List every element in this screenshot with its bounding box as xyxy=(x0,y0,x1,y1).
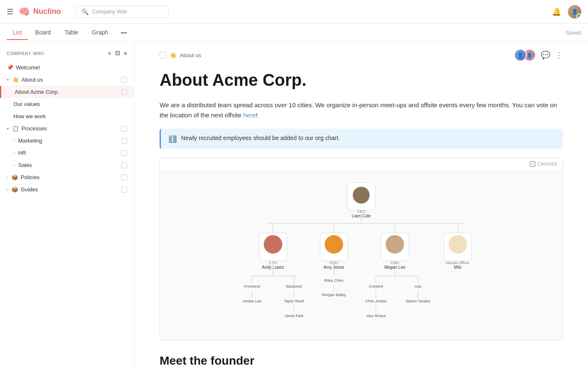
sidebar-item-checkbox[interactable] xyxy=(121,77,127,83)
hamburger-icon[interactable]: ☰ xyxy=(7,7,13,16)
svg-text:Jamie Park: Jamie Park xyxy=(284,314,304,318)
notification-bell-icon[interactable]: 🔔 xyxy=(552,7,561,16)
search-icon: 🔍 xyxy=(81,8,89,15)
svg-text:Frontend: Frontend xyxy=(244,284,260,289)
sidebar-title: COMPANY WIKI xyxy=(7,51,44,56)
tab-board[interactable]: Board xyxy=(29,26,57,40)
sidebar-item-checkbox[interactable] xyxy=(121,89,127,95)
sidebar-item-about-acme[interactable]: About Acme Corp. xyxy=(0,86,134,98)
sidebar-item-label: About us xyxy=(21,77,43,83)
sidebar-item-checkbox[interactable] xyxy=(121,150,127,156)
sidebar-item-label: Guides xyxy=(21,186,38,193)
sidebar-item-welcome[interactable]: 📌 Welcome! xyxy=(0,61,134,74)
collab-avatar-1[interactable]: 👤 xyxy=(514,49,527,61)
topbar-left: ☰ 🧠 Nuclino 🔍 Company Wiki xyxy=(7,5,168,18)
tab-list[interactable]: List xyxy=(7,26,28,40)
svg-text:Chris Jordan: Chris Jordan xyxy=(365,299,386,303)
sidebar-expand-icon[interactable]: ⊡ xyxy=(115,50,121,57)
brain-icon: 🧠 xyxy=(18,6,30,17)
svg-text:Riley Chen: Riley Chen xyxy=(324,278,344,283)
svg-text:Morgan Bailey: Morgan Bailey xyxy=(322,293,346,297)
chevron-down-icon: ▾ xyxy=(7,77,9,82)
canvas-block: CANVAS CEO Liam Cole xyxy=(160,157,563,341)
sidebar-item-label: Sales xyxy=(18,162,32,168)
sidebar-item-checkbox[interactable] xyxy=(121,162,127,168)
svg-text:Taylor Reed: Taylor Reed xyxy=(284,299,304,303)
sidebar-item-guides[interactable]: › 📦 Guides xyxy=(0,183,134,196)
info-box: ℹ️ Newly recruited employees should be a… xyxy=(160,129,563,149)
sidebar-item-label: Policies xyxy=(21,174,39,180)
sidebar: COMPANY WIKI + ⊡ « 📌 Welcome! ▾ 👋 About … xyxy=(0,42,134,368)
user-avatar[interactable]: 👤 xyxy=(568,5,581,19)
svg-text:Milo: Milo xyxy=(454,265,462,270)
tab-table[interactable]: Table xyxy=(58,26,84,40)
body-link[interactable]: here xyxy=(243,111,256,119)
canvas-content: CEO Liam Cole CTO Andy Lopez xyxy=(160,171,562,340)
sidebar-item-policies[interactable]: › 📦 Policies xyxy=(0,171,134,183)
chevron-right-icon: › xyxy=(13,151,15,155)
content-topbar: 👋 About us 👤 👤 💬 ⋮ xyxy=(160,42,563,66)
page-title: About Acme Corp. xyxy=(160,70,563,90)
sidebar-item-processes[interactable]: ▾ 📋 Processes xyxy=(0,122,134,135)
policies-emoji: 📦 xyxy=(11,174,18,180)
tab-graph[interactable]: Graph xyxy=(86,26,114,40)
more-options-icon[interactable]: ⋮ xyxy=(555,50,563,60)
collab-avatars: 👤 👤 xyxy=(514,49,536,61)
breadcrumb-text: About us xyxy=(180,52,201,58)
info-icon: ℹ️ xyxy=(168,135,177,143)
svg-text:Alex Rivera: Alex Rivera xyxy=(366,314,386,318)
svg-point-21 xyxy=(386,235,404,254)
comment-icon[interactable]: 💬 xyxy=(541,50,550,60)
sidebar-add-icon[interactable]: + xyxy=(108,50,112,57)
content-actions: 👤 👤 💬 ⋮ xyxy=(514,49,563,61)
sidebar-header: COMPANY WIKI + ⊡ « xyxy=(0,47,134,61)
search-bar[interactable]: 🔍 Company Wiki xyxy=(76,5,168,18)
sidebar-item-label: Our values xyxy=(13,101,40,107)
sidebar-item-checkbox[interactable] xyxy=(121,138,127,144)
canvas-icon xyxy=(530,161,536,167)
sidebar-item-how-we-work[interactable]: How we work xyxy=(0,110,134,122)
info-text: Newly recruited employees should be adde… xyxy=(181,135,340,141)
page-body: We are a distributed team spread across … xyxy=(160,100,563,120)
svg-text:Naomi Tanaka: Naomi Tanaka xyxy=(406,299,430,303)
canvas-label: CANVAS xyxy=(530,161,557,167)
tabs-bar: List Board Table Graph ••• Saved xyxy=(0,24,588,42)
guides-emoji: 📦 xyxy=(11,186,18,193)
sidebar-collapse-icon[interactable]: « xyxy=(124,50,127,57)
sidebar-item-checkbox[interactable] xyxy=(121,187,127,193)
sidebar-item-label: Processes xyxy=(21,125,47,132)
sidebar-item-hr[interactable]: › HR xyxy=(0,147,134,159)
logo-text: Nuclino xyxy=(33,7,61,16)
svg-point-13 xyxy=(264,235,282,254)
body-text-2: ! xyxy=(256,111,257,119)
svg-text:Jordan Lee: Jordan Lee xyxy=(242,299,261,303)
search-placeholder: Company Wiki xyxy=(92,8,127,15)
sidebar-item-label: HR xyxy=(18,150,26,156)
svg-point-25 xyxy=(449,235,467,254)
pin-icon: 📌 xyxy=(7,64,13,71)
tabs-more-icon[interactable]: ••• xyxy=(118,28,131,38)
sidebar-item-our-values[interactable]: Our values xyxy=(0,98,134,110)
processes-emoji: 📋 xyxy=(12,125,19,132)
chevron-right-icon: › xyxy=(7,175,8,180)
sidebar-item-about-us[interactable]: ▾ 👋 About us xyxy=(0,74,134,86)
sidebar-item-label: Welcome! xyxy=(16,64,40,71)
sidebar-header-actions: + ⊡ « xyxy=(108,50,127,57)
breadcrumb-checkbox[interactable] xyxy=(160,52,166,58)
sidebar-item-checkbox[interactable] xyxy=(121,175,127,180)
svg-text:Backend: Backend xyxy=(286,284,302,289)
sidebar-item-sales[interactable]: › Sales xyxy=(0,159,134,171)
body-text-1: We are a distributed team spread across … xyxy=(160,101,557,119)
chevron-right-icon: › xyxy=(13,138,15,143)
main-layout: COMPANY WIKI + ⊡ « 📌 Welcome! ▾ 👋 About … xyxy=(0,42,588,368)
user-avatar-wrapper: 👤 xyxy=(568,5,581,19)
sidebar-item-label: How we work xyxy=(13,113,46,119)
svg-text:Morale Officer: Morale Officer xyxy=(446,261,470,265)
chevron-down-icon: ▾ xyxy=(7,126,9,131)
breadcrumb: 👋 About us xyxy=(160,52,201,58)
topbar-right: 🔔 👤 xyxy=(552,5,581,19)
sidebar-item-checkbox[interactable] xyxy=(121,126,127,132)
sidebar-item-marketing[interactable]: › Marketing xyxy=(0,135,134,147)
content-area: 👋 About us 👤 👤 💬 ⋮ About Acme Corp. xyxy=(134,42,588,368)
chevron-right-icon: › xyxy=(13,163,15,167)
